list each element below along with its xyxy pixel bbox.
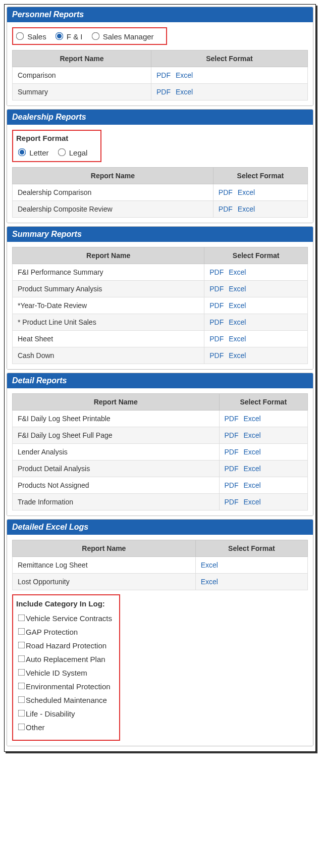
pdf-link[interactable]: PDF — [156, 88, 171, 96]
dealership-reports-header: Dealership Reports — [7, 110, 313, 125]
report-name-cell: Lender Analysis — [13, 444, 220, 461]
personnel-radio-2[interactable]: Sales Manager — [90, 32, 154, 41]
table-row: *Year-To-Date ReviewPDFExcel — [13, 297, 308, 314]
select-format-cell: PDFExcel — [213, 201, 307, 218]
pdf-link[interactable]: PDF — [156, 71, 171, 79]
category-item: Auto Replacement Plan — [16, 654, 112, 663]
category-checkbox-4[interactable] — [18, 669, 25, 676]
table-row: * Product Line Unit SalesPDFExcel — [13, 314, 308, 331]
excel-link[interactable]: Excel — [244, 481, 261, 489]
excel-link[interactable]: Excel — [229, 285, 246, 293]
detail-table: Report Name Select Format F&I Daily Log … — [12, 393, 308, 510]
pdf-link[interactable]: PDF — [225, 415, 239, 423]
personnel-table: Report Name Select Format ComparisonPDFE… — [12, 50, 308, 100]
detail-reports-header: Detail Reports — [7, 373, 313, 388]
excel-link[interactable]: Excel — [229, 268, 246, 276]
category-checkbox-7[interactable] — [18, 710, 25, 717]
excel-link[interactable]: Excel — [176, 88, 193, 96]
report-name-cell: Trade Information — [13, 494, 220, 510]
report-name-cell: *Year-To-Date Review — [13, 297, 204, 314]
category-checkbox-5[interactable] — [18, 683, 25, 690]
excel-link[interactable]: Excel — [229, 301, 246, 310]
pdf-link[interactable]: PDF — [225, 498, 239, 506]
excel-link[interactable]: Excel — [229, 318, 246, 326]
category-label: Life - Disability — [26, 709, 75, 718]
excel-link[interactable]: Excel — [176, 71, 193, 79]
report-name-cell: Cash Down — [13, 347, 204, 364]
excel-link[interactable]: Excel — [238, 205, 255, 213]
report-name-cell: Comparison — [13, 67, 151, 84]
table-row: Product Detail AnalysisPDFExcel — [13, 461, 308, 477]
select-format-cell: PDFExcel — [219, 494, 308, 510]
table-row: Cash DownPDFExcel — [13, 347, 308, 364]
excel-link[interactable]: Excel — [229, 335, 246, 343]
pdf-link[interactable]: PDF — [225, 431, 239, 439]
pdf-link[interactable]: PDF — [209, 285, 224, 293]
col-select-format: Select Format — [195, 540, 307, 557]
category-checkbox-3[interactable] — [18, 655, 25, 662]
dealership-radio-0[interactable]: Letter — [16, 148, 49, 157]
table-row: F&I Daily Log Sheet Full PagePDFExcel — [13, 427, 308, 444]
main-container: Personnel Reports Sales F & I Sales Mana… — [4, 4, 316, 752]
excel-link[interactable]: Excel — [244, 465, 261, 473]
detail-body: Report Name Select Format F&I Daily Log … — [7, 388, 313, 516]
personnel-radio-input-1[interactable] — [55, 32, 63, 40]
category-checkbox-1[interactable] — [18, 628, 25, 635]
excel-link[interactable]: Excel — [244, 498, 261, 506]
pdf-link[interactable]: PDF — [209, 318, 224, 326]
dealership-radio-input-0[interactable] — [18, 148, 26, 157]
excel-link[interactable]: Excel — [244, 415, 261, 423]
select-format-cell: PDFExcel — [151, 67, 307, 84]
excel-link[interactable]: Excel — [201, 561, 218, 569]
select-format-cell: PDFExcel — [204, 264, 308, 281]
pdf-link[interactable]: PDF — [219, 188, 233, 196]
pdf-link[interactable]: PDF — [225, 481, 239, 489]
report-name-cell: F&I Daily Log Sheet Printable — [13, 411, 220, 427]
pdf-link[interactable]: PDF — [209, 301, 224, 310]
table-row: Trade InformationPDFExcel — [13, 494, 308, 510]
dealership-body: Report Format Letter Legal Report Name S… — [7, 125, 313, 223]
pdf-link[interactable]: PDF — [219, 205, 233, 213]
excel-link[interactable]: Excel — [244, 448, 261, 456]
personnel-radio-input-0[interactable] — [16, 32, 24, 40]
excel-link[interactable]: Excel — [229, 351, 246, 360]
table-row: F&I Performance SummaryPDFExcel — [13, 264, 308, 281]
dealership-radio-input-1[interactable] — [58, 148, 66, 157]
personnel-radio-0[interactable]: Sales — [14, 32, 46, 41]
report-name-cell: Lost Opportunity — [13, 574, 196, 590]
category-checkbox-2[interactable] — [18, 642, 25, 649]
select-format-cell: PDFExcel — [204, 281, 308, 297]
pdf-link[interactable]: PDF — [209, 335, 224, 343]
select-format-cell: PDFExcel — [219, 444, 308, 461]
table-row: SummaryPDFExcel — [13, 84, 308, 100]
category-item: Other — [16, 722, 112, 732]
select-format-cell: PDFExcel — [219, 427, 308, 444]
include-category-box: Include Category In Log: Vehicle Service… — [12, 594, 120, 741]
dealership-radio-group: Letter Legal — [15, 147, 95, 157]
col-select-format: Select Format — [213, 168, 307, 184]
personnel-radio-input-2[interactable] — [91, 32, 99, 40]
dealership-radio-1[interactable]: Legal — [56, 148, 88, 157]
pdf-link[interactable]: PDF — [209, 351, 224, 360]
report-name-cell: * Product Line Unit Sales — [13, 314, 204, 331]
excel-link[interactable]: Excel — [238, 188, 255, 196]
select-format-cell: PDFExcel — [204, 331, 308, 347]
category-checkbox-6[interactable] — [18, 696, 25, 703]
pdf-link[interactable]: PDF — [209, 268, 224, 276]
excel-link[interactable]: Excel — [201, 578, 218, 586]
category-checkbox-8[interactable] — [18, 724, 25, 731]
col-select-format: Select Format — [151, 50, 307, 67]
category-item: Life - Disability — [16, 708, 112, 718]
table-row: Dealership ComparisonPDFExcel — [13, 184, 308, 201]
personnel-radio-1[interactable]: F & I — [54, 32, 83, 41]
pdf-link[interactable]: PDF — [225, 465, 239, 473]
category-checkbox-0[interactable] — [18, 615, 25, 622]
dealership-table: Report Name Select Format Dealership Com… — [12, 167, 308, 218]
pdf-link[interactable]: PDF — [225, 448, 239, 456]
col-report-name: Report Name — [13, 50, 151, 67]
category-item: Environmental Protection — [16, 681, 112, 691]
report-format-title: Report Format — [15, 132, 95, 147]
select-format-cell: PDFExcel — [219, 411, 308, 427]
excel-link[interactable]: Excel — [244, 431, 261, 439]
report-name-cell: Heat Sheet — [13, 331, 204, 347]
